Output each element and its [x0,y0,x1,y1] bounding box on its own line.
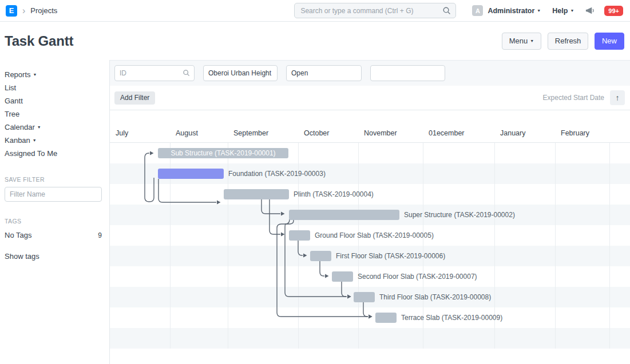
id-filter [114,65,195,81]
sidebar-item-gantt[interactable]: Gantt [5,94,103,107]
gantt-bar[interactable] [354,292,375,302]
sidebar-item-tree[interactable]: Tree [5,107,103,121]
sort-ascending-icon: ↑ [616,93,620,102]
dependency-arrowhead [150,151,154,155]
gantt-bar[interactable] [224,189,289,199]
dependency-arrow [159,179,216,202]
dependency-arrowhead [217,201,221,205]
user-menu-label: Administrator [488,7,534,15]
chevron-down-icon: ▼ [530,39,534,43]
sort-group: Expected Start Date ↑ [543,90,625,105]
status-filter-input[interactable] [286,65,362,81]
gantt-bar-label: Super Structure (TASK-2019-00002) [404,205,515,225]
sidebar-item-kanban[interactable]: Kanban▼ [5,134,103,147]
refresh-button[interactable]: Refresh [548,33,589,50]
gantt-month-label: November [364,129,397,137]
chevron-down-icon: ▼ [570,9,574,13]
global-search-input[interactable] [294,3,456,18]
gantt-bar-label: Second Floor Slab (TASK-2019-00007) [358,266,477,287]
dependency-arrowhead [281,212,285,216]
gantt-bar-label: First Floor Slab (TASK-2019-00006) [336,246,445,266]
menu-button-label: Menu [509,37,528,45]
page-actions: Menu▼ Refresh New [502,33,624,50]
gantt-bar[interactable]: Sub Structure (TASK-2019-00001) [158,148,288,158]
add-filter-button[interactable]: Add Filter [114,91,155,105]
gantt-bar-label: Foundation (TASK-2019-00003) [228,163,326,184]
save-filter-heading: SAVE FILTER [5,176,103,183]
dependency-arrow [320,261,324,276]
dependency-arrowhead [369,315,373,319]
gantt-bar[interactable] [310,251,331,261]
dependency-arrowhead [281,233,285,237]
gantt-bar[interactable] [289,210,399,220]
tags-heading: TAGS [5,218,103,225]
gantt-bar[interactable] [158,169,224,179]
help-menu-label: Help [552,7,568,15]
app-logo[interactable]: E [6,5,17,17]
notifications-badge[interactable]: 99+ [604,6,623,16]
dependency-arrow [261,199,280,214]
navbar-right: A Administrator▼ Help▼ 99+ [472,5,623,16]
navbar: E › Projects A Administrator▼ Help▼ 99+ [0,0,630,22]
gantt-month-label: August [176,129,198,137]
breadcrumb[interactable]: Projects [30,6,57,15]
gantt-month-label: October [304,129,329,137]
sidebar-item-label: Gantt [5,97,23,105]
search-icon [183,69,190,77]
new-button[interactable]: New [595,33,624,50]
dependency-arrow [145,153,154,202]
gantt-month-header: JulyAugustSeptemberOctoberNovember01ecem… [110,110,630,143]
show-tags-link[interactable]: Show tags [5,250,103,263]
sidebar-item-calendar[interactable]: Calendar▼ [5,121,103,134]
filter-name-input[interactable] [5,187,102,202]
dependency-arrowhead [325,274,329,278]
sort-field-selector[interactable]: Expected Start Date [543,94,604,102]
chevron-down-icon: ▼ [33,138,37,142]
dependency-arrow [342,282,346,297]
gantt-bar[interactable] [289,230,310,241]
sidebar-item-label: Kanban [5,136,30,145]
gantt-month-label: 01ecember [429,129,465,137]
sidebar-item-no-tags[interactable]: No Tags 9 [5,229,102,242]
project-filter-input[interactable] [203,65,278,81]
dependency-arrow [363,302,368,317]
sidebar-item-label: List [5,83,16,92]
filter-bar [110,60,630,86]
sort-direction-button[interactable]: ↑ [610,90,625,105]
gantt-month-label: January [500,129,525,137]
gantt-bar[interactable] [375,313,397,323]
breadcrumb-chevron-icon: › [22,6,25,15]
sidebar: Reports▼ List Gantt Tree Calendar▼ Kanba… [0,60,109,364]
gantt-month-label: February [561,129,589,137]
gantt-bar-label: Ground Floor Slab (TASK-2019-00005) [315,225,434,246]
avatar[interactable]: A [472,5,483,16]
help-menu[interactable]: Help▼ [552,7,574,15]
page-head: Task Gantt Menu▼ Refresh New [0,22,630,60]
search-icon [442,6,451,15]
main-content: Add Filter Expected Start Date ↑ JulyAug… [109,60,630,364]
gantt-bar[interactable] [332,271,353,282]
user-menu[interactable]: Administrator▼ [488,7,541,15]
menu-button[interactable]: Menu▼ [502,33,541,50]
extra-filter-input[interactable] [370,65,445,81]
sidebar-item-reports[interactable]: Reports▼ [5,68,103,81]
gantt-bar-label: Plinth (TASK-2019-00004) [294,184,374,205]
dependency-arrow [298,240,303,255]
gantt-bar-label: Terrace Slab (TASK-2019-00009) [401,307,502,328]
dependency-arrowhead [347,295,351,299]
no-tags-label: No Tags [5,231,31,239]
gantt-chart: JulyAugustSeptemberOctoberNovember01ecem… [110,110,630,349]
sidebar-item-assigned-to-me[interactable]: Assigned To Me [5,147,103,160]
announcement-icon[interactable] [585,6,596,15]
chevron-down-icon: ▼ [33,73,37,77]
gantt-month-label: September [233,129,268,137]
sort-row: Add Filter Expected Start Date ↑ [110,86,630,110]
page-title: Task Gantt [5,33,73,49]
global-search [294,3,456,18]
dependency-arrowhead [303,254,307,258]
dependency-arrow [270,199,280,234]
sidebar-item-list[interactable]: List [5,81,103,94]
no-tags-count: 9 [98,231,102,239]
sidebar-item-label: Calendar [5,123,35,131]
sidebar-item-label: Tree [5,110,19,118]
